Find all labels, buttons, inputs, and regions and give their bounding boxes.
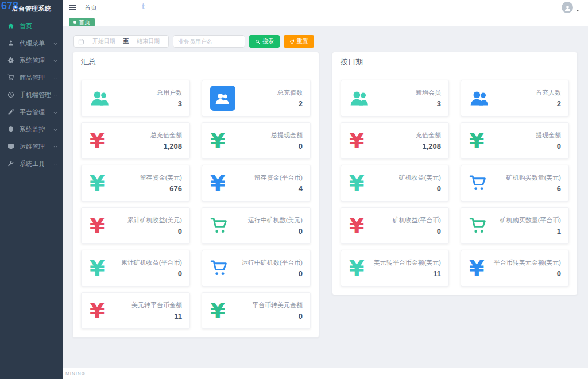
yen-icon: ¥ bbox=[90, 172, 105, 194]
start-date-placeholder: 开始日期 bbox=[88, 37, 120, 45]
stat-card: ¥ 总充值金额 1,208 bbox=[81, 122, 190, 159]
refresh-icon bbox=[289, 39, 295, 44]
tag-label: 首页 bbox=[79, 18, 90, 26]
stat-card: ¥ 美元转平台币金额 11 bbox=[81, 292, 190, 329]
stat-card: ¥ 矿机收益(美元) 0 bbox=[341, 165, 449, 202]
chevron-down-icon bbox=[53, 110, 58, 115]
stat-value: 0 bbox=[494, 269, 561, 278]
sidebar-item-platform-management[interactable]: 平台管理 bbox=[0, 103, 63, 121]
chevron-down-icon bbox=[53, 161, 58, 167]
tab-home-tag[interactable]: 首页 bbox=[69, 18, 95, 27]
sidebar-item-label: 系统工具 bbox=[20, 160, 53, 168]
sidebar-item-product-management[interactable]: 商品管理 bbox=[0, 69, 63, 86]
yen-icon: ¥ bbox=[210, 130, 225, 152]
stat-card: ¥ 累计矿机收益(平台币) 0 bbox=[81, 250, 190, 287]
date-separator: 至 bbox=[123, 37, 129, 45]
panel-summary: 汇总 总用户数 3 总充值数 2 ¥ 总充值金额 1,208 ¥ 总提现金额 0… bbox=[72, 52, 319, 338]
stat-label: 美元转平台币金额(美元) bbox=[374, 258, 441, 267]
stat-card: ¥ 留存资金(美元) 676 bbox=[81, 165, 190, 202]
stat-label: 平台币转美元金额 bbox=[252, 301, 303, 310]
end-date-placeholder: 结束日期 bbox=[133, 37, 165, 45]
stat-label: 运行中矿机数(美元) bbox=[248, 216, 303, 225]
chevron-down-icon bbox=[53, 41, 58, 46]
stat-card: ¥ 矿机收益(平台币) 0 bbox=[341, 207, 449, 244]
sidebar-item-system-monitor[interactable]: 系统监控 bbox=[0, 121, 63, 138]
yen-icon: ¥ bbox=[90, 257, 105, 279]
search-button[interactable]: 搜索 bbox=[249, 35, 280, 48]
stat-value: 0 bbox=[271, 142, 303, 150]
sidebar-item-home[interactable]: 首页 bbox=[0, 17, 63, 34]
stat-card: ¥ 总提现金额 0 bbox=[202, 122, 311, 159]
stat-value: 2 bbox=[536, 99, 561, 108]
stat-value: 4 bbox=[254, 184, 303, 193]
clock-icon bbox=[7, 91, 14, 98]
stat-card: ¥ 留存资金(平台币) 4 bbox=[202, 165, 311, 202]
stat-card: 运行中矿机数(美元) 0 bbox=[202, 207, 311, 244]
yen-icon: ¥ bbox=[210, 172, 225, 194]
sidebar-item-label: 运维管理 bbox=[20, 142, 53, 151]
shield-icon bbox=[7, 126, 14, 133]
sidebar-item-agent-menu[interactable]: 代理菜单 bbox=[0, 34, 63, 52]
cart-icon bbox=[210, 260, 228, 276]
stat-label: 矿机购买数量(平台币) bbox=[500, 216, 561, 225]
user-menu[interactable] bbox=[562, 2, 580, 13]
stat-value: 0 bbox=[242, 269, 303, 278]
sidebar-item-ops-management[interactable]: 运维管理 bbox=[0, 138, 63, 155]
users-icon bbox=[349, 90, 371, 106]
footer-text: MINING bbox=[65, 371, 86, 376]
sidebar-item-mobile-management[interactable]: 手机端管理 bbox=[0, 86, 63, 103]
stat-value: 1,208 bbox=[416, 142, 441, 150]
person-icon bbox=[564, 5, 571, 12]
tag-bar: 首页 bbox=[63, 15, 588, 26]
sidebar-item-label: 手机端管理 bbox=[20, 91, 53, 99]
sidebar-item-system-tools[interactable]: 系统工具 bbox=[0, 155, 63, 172]
stat-label: 充值金额 bbox=[416, 131, 441, 140]
stat-value: 3 bbox=[157, 99, 182, 108]
stat-card: ¥ 充值金额 1,208 bbox=[341, 122, 449, 159]
stat-label: 平台币转美元金额(美元) bbox=[494, 258, 561, 267]
breadcrumb[interactable]: 首页 bbox=[84, 3, 97, 12]
yen-icon: ¥ bbox=[90, 130, 105, 152]
caret-down-icon bbox=[575, 5, 580, 10]
stat-card: 矿机购买数量(美元) 6 bbox=[461, 165, 569, 202]
sidebar-item-label: 系统管理 bbox=[20, 56, 53, 65]
stat-value: 1 bbox=[500, 227, 561, 235]
filter-row: 开始日期 至 结束日期 搜索 重置 bbox=[74, 35, 578, 48]
stat-label: 总充值数 bbox=[277, 88, 303, 97]
stat-card: ¥ 累计矿机收益(美元) 0 bbox=[81, 207, 190, 244]
stat-value: 0 bbox=[248, 227, 303, 235]
sidebar-toggle-icon[interactable] bbox=[68, 4, 77, 11]
search-icon bbox=[255, 39, 260, 44]
stat-value: 1,208 bbox=[150, 142, 182, 150]
users-icon bbox=[210, 86, 235, 111]
panel-title: 按日期 bbox=[332, 52, 577, 72]
stat-value: 0 bbox=[127, 227, 182, 235]
card-grid: 总用户数 3 总充值数 2 ¥ 总充值金额 1,208 ¥ 总提现金额 0 ¥ … bbox=[73, 72, 319, 337]
stat-label: 累计矿机收益(平台币) bbox=[121, 258, 182, 267]
footer: MINING bbox=[63, 368, 588, 379]
user-icon bbox=[7, 40, 14, 47]
yen-icon: ¥ bbox=[90, 215, 105, 237]
stat-card: 总充值数 2 bbox=[202, 80, 311, 117]
sidebar-item-label: 平台管理 bbox=[20, 108, 53, 117]
chevron-down-icon bbox=[53, 144, 58, 149]
yen-icon: ¥ bbox=[349, 215, 364, 237]
stat-value: 676 bbox=[140, 184, 182, 193]
stat-label: 矿机购买数量(美元) bbox=[506, 173, 561, 182]
panel-title: 汇总 bbox=[73, 52, 319, 72]
pencil-icon bbox=[7, 109, 14, 115]
date-range-picker[interactable]: 开始日期 至 结束日期 bbox=[74, 35, 169, 48]
stat-label: 矿机收益(平台币) bbox=[393, 216, 441, 225]
reset-button[interactable]: 重置 bbox=[284, 35, 314, 48]
monitor-icon bbox=[7, 143, 14, 150]
sidebar-item-system-management[interactable]: 系统管理 bbox=[0, 52, 63, 69]
stat-value: 0 bbox=[536, 142, 561, 150]
sidebar: 后台管理系统 首页 代理菜单 系统管理 商品管理 手机端管理 平台管理 系统监控… bbox=[0, 0, 63, 379]
cart-icon bbox=[469, 218, 487, 234]
yen-icon: ¥ bbox=[349, 257, 364, 279]
keyword-input[interactable] bbox=[173, 35, 245, 48]
stat-card: 矿机购买数量(平台币) 1 bbox=[461, 207, 569, 244]
stat-label: 提现金额 bbox=[536, 131, 561, 140]
home-icon bbox=[7, 22, 14, 29]
yen-icon: ¥ bbox=[469, 257, 484, 279]
